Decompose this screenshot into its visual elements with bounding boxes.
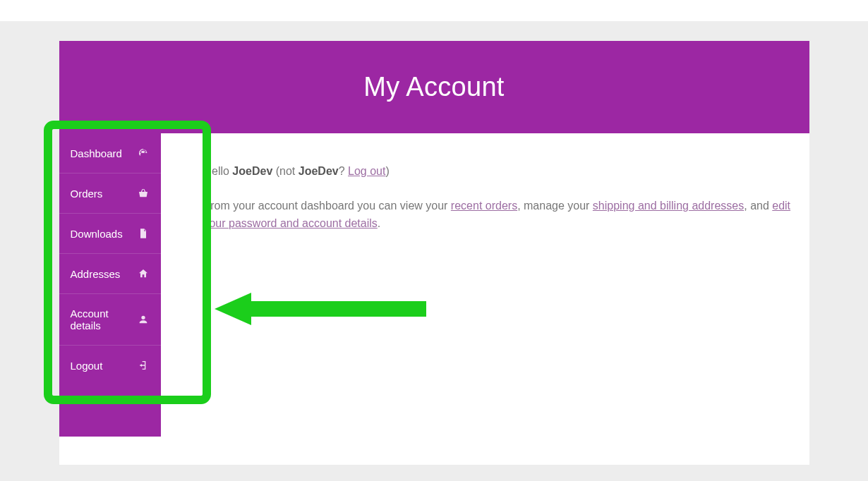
dashboard-paragraph: From your account dashboard you can view… <box>203 197 795 233</box>
sidebar-item-label: Dashboard <box>71 147 138 159</box>
top-strip <box>0 0 868 21</box>
greeting-username: JoeDev <box>232 165 272 177</box>
basket-icon <box>137 187 150 200</box>
greeting-paragraph: Hello JoeDev (not JoeDev? Log out) <box>203 163 795 181</box>
recent-orders-link[interactable]: recent orders <box>451 200 517 212</box>
greeting-username2: JoeDev <box>299 165 339 177</box>
dashboard-icon <box>137 147 150 159</box>
home-icon <box>137 267 150 280</box>
page-title: My Account <box>363 72 504 102</box>
page-hero: My Account <box>59 41 809 133</box>
sidebar-item-label: Addresses <box>71 268 138 280</box>
sidebar-item-account-details[interactable]: Account details <box>59 294 162 346</box>
not-prefix: (not <box>272 165 298 177</box>
sidebar-item-label: Downloads <box>71 228 138 240</box>
dash-text-3: , and <box>744 200 772 212</box>
sidebar-item-label: Logout <box>71 360 138 372</box>
signout-icon <box>137 359 150 372</box>
sidebar-item-logout[interactable]: Logout <box>59 346 162 385</box>
sidebar-item-label: Orders <box>71 188 138 200</box>
dash-text-4: . <box>378 217 380 229</box>
account-sidebar: Dashboard Orders Downloads Addresses <box>59 133 162 437</box>
sidebar-item-downloads[interactable]: Downloads <box>59 214 162 254</box>
file-icon <box>137 227 150 240</box>
sidebar-item-label: Account details <box>71 308 138 331</box>
greeting-prefix: Hello <box>203 165 232 177</box>
dash-text-2: , manage your <box>517 200 593 212</box>
sidebar-item-dashboard[interactable]: Dashboard <box>59 133 162 173</box>
user-icon <box>137 313 150 326</box>
logout-link[interactable]: Log out <box>348 165 385 177</box>
sidebar-item-orders[interactable]: Orders <box>59 173 162 214</box>
addresses-link[interactable]: shipping and billing addresses <box>593 200 744 212</box>
not-suffix: ? <box>339 165 348 177</box>
greeting-close: ) <box>385 165 389 177</box>
sidebar-item-addresses[interactable]: Addresses <box>59 254 162 294</box>
content-panel: Dashboard Orders Downloads Addresses <box>59 133 809 465</box>
content-body: Hello JoeDev (not JoeDev? Log out) From … <box>203 133 809 437</box>
page-container: My Account Dashboard Orders Downloads <box>59 41 809 465</box>
dash-text-1: From your account dashboard you can view… <box>203 200 450 212</box>
